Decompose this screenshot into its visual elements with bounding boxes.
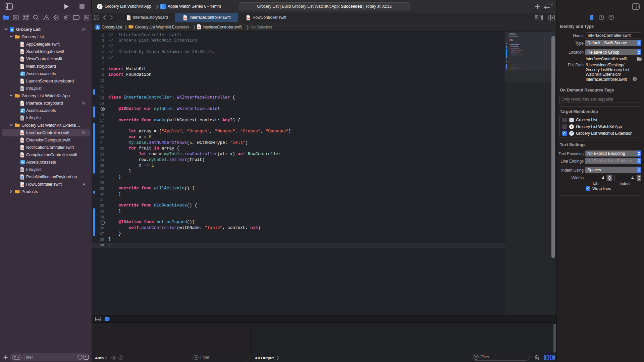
svg-text:E: E — [571, 131, 573, 135]
